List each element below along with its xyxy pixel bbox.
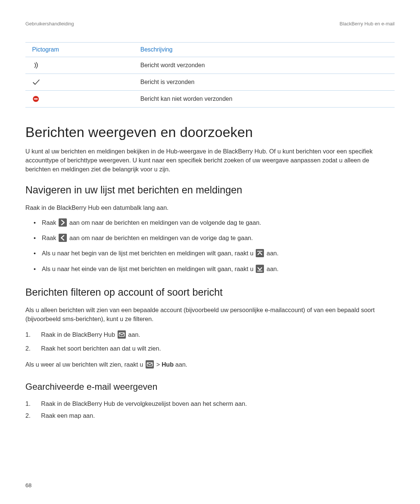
list-item: Raak aan om naar de berichten en melding… [34, 218, 395, 229]
list-item: Raak aan om naar de berichten en melding… [34, 233, 395, 245]
sent-icon [25, 74, 134, 91]
list-item: 2. Raak een map aan. [25, 411, 395, 420]
subsection-navigate: Navigeren in uw lijst met berichten en m… [25, 184, 395, 196]
navigate-bullets: Raak aan om naar de berichten en melding… [25, 218, 395, 276]
archive-steps: 1. Raak in de BlackBerry Hub de vervolgk… [25, 399, 395, 421]
navigate-lead: Raak in de BlackBerry Hub een datumbalk … [25, 203, 395, 212]
page-number: 68 [25, 482, 32, 488]
list-item: Als u naar het begin van de lijst met be… [34, 248, 395, 260]
header-left: Gebruikershandleiding [25, 21, 74, 27]
list-item: Als u naar het einde van de lijst met be… [34, 264, 395, 276]
error-icon [25, 91, 134, 108]
chevron-right-icon [59, 218, 67, 229]
table-row: Bericht kan niet worden verzonden [25, 91, 395, 108]
table-row: Bericht wordt verzonden [25, 57, 395, 74]
header-right: BlackBerry Hub en e-mail [340, 21, 395, 27]
row-desc: Bericht kan niet worden verzonden [134, 91, 395, 108]
list-item: 2. Raak het soort berichten aan dat u wi… [25, 343, 395, 353]
col-header-desc: Beschrijving [134, 43, 395, 57]
section-heading: Berichten weergeven en doorzoeken [25, 125, 395, 140]
hub-mail-icon [118, 330, 126, 341]
hub-mail-icon [146, 360, 154, 371]
filter-lead: Als u alleen berichten wilt zien van een… [25, 306, 395, 324]
row-desc: Bericht is verzonden [134, 74, 395, 91]
subsection-filter: Berichten filteren op account of soort b… [25, 287, 395, 298]
intro-paragraph: U kunt al uw berichten en meldingen beki… [25, 147, 395, 174]
filter-tail: Als u weer al uw berichten wilt zien, ra… [25, 360, 395, 371]
col-header-icon: Pictogram [25, 43, 134, 57]
svg-rect-9 [34, 99, 38, 100]
filter-steps: 1. Raak in de BlackBerry Hub aan. 2. Raa… [25, 330, 395, 354]
chevron-left-icon [59, 234, 67, 245]
subsection-archived: Gearchiveerde e-mail weergeven [25, 382, 395, 392]
go-to-bottom-icon [256, 265, 264, 276]
hub-label: Hub [162, 361, 174, 368]
icon-description-table: Pictogram Beschrijving Bericht wordt ver… [25, 42, 395, 108]
go-to-top-icon [256, 249, 264, 260]
list-item: 1. Raak in de BlackBerry Hub de vervolgk… [25, 399, 395, 408]
table-row: Bericht is verzonden [25, 74, 395, 91]
list-item: 1. Raak in de BlackBerry Hub aan. [25, 330, 395, 341]
sending-icon [25, 57, 134, 74]
page-header: Gebruikershandleiding BlackBerry Hub en … [25, 21, 395, 27]
row-desc: Bericht wordt verzonden [134, 57, 395, 74]
